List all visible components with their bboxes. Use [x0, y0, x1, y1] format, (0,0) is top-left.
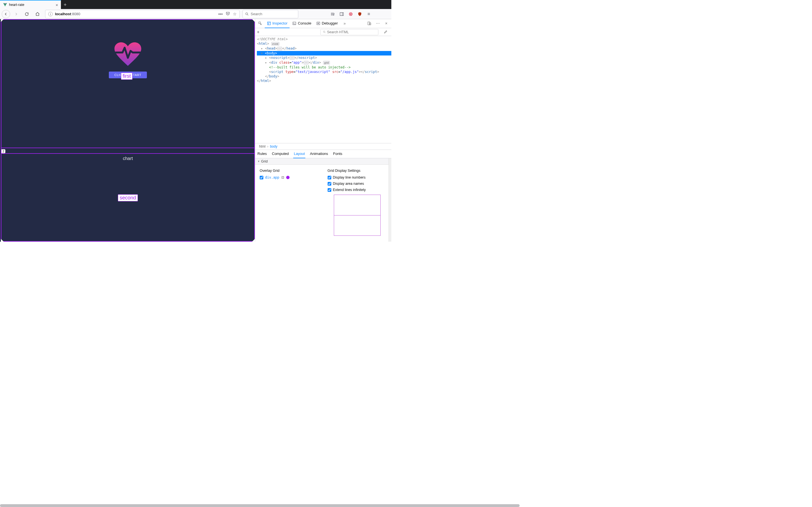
opt-line-numbers-checkbox[interactable]	[327, 176, 331, 179]
grid-area-second: chart second	[1, 154, 255, 242]
doctype-node[interactable]: <!DOCTYPE html>	[257, 37, 391, 41]
grid-area-label-second: second	[118, 194, 138, 202]
devtools-tabs: Inspector Console Debugger » ⋯ ×	[255, 19, 391, 28]
sidebar-icon[interactable]	[338, 10, 346, 18]
svg-rect-5	[293, 22, 296, 24]
devtools-menu-icon[interactable]: ⋯	[374, 20, 382, 27]
opt-label: Display area names	[333, 182, 364, 186]
menu-icon[interactable]: ≡	[365, 10, 373, 18]
pick-element-icon[interactable]	[256, 20, 264, 27]
script-node[interactable]: <script type="text/javascript" src="/app…	[257, 69, 391, 74]
side-panel-tabs: Rules Computed Layout Animations Fonts	[255, 150, 391, 158]
html-open-node[interactable]: <html> event	[257, 41, 391, 46]
url-bar[interactable]: i localhost:8080 ••• ☆	[45, 10, 240, 18]
comment-node[interactable]: <!--built files will be auto injected-->	[257, 65, 391, 69]
library-icon[interactable]	[329, 10, 337, 18]
opt-label: Extend lines infinitely	[333, 188, 366, 192]
html-search-input[interactable]: Search HTML	[320, 29, 378, 35]
svg-rect-1	[340, 12, 343, 15]
tab-animations[interactable]: Animations	[309, 150, 328, 158]
browser-toolbar: i localhost:8080 ••• ☆ Search ≡	[0, 9, 391, 19]
tab-debugger[interactable]: Debugger	[314, 19, 340, 28]
html-tree[interactable]: <!DOCTYPE html> <html> event ▸ <head>⋯</…	[255, 36, 391, 143]
head-node[interactable]: ▸ <head>⋯</head>	[257, 46, 391, 51]
noscript-icon[interactable]	[347, 10, 355, 18]
heart-icon	[114, 42, 141, 67]
ublock-icon[interactable]	[356, 10, 364, 18]
grid-area-label-first: first	[121, 73, 133, 80]
div-app-node[interactable]: ▸ <div class="app">⋯</div> grid	[257, 60, 391, 65]
tab-computed[interactable]: Computed	[271, 150, 289, 158]
page-viewport: CLICK TO START first 2 chart second	[0, 19, 255, 242]
scrollbar[interactable]	[389, 158, 391, 242]
grid-corner-icon	[252, 19, 255, 22]
tab-title: heart-rate	[9, 3, 56, 7]
opt-label: Display line numbers	[333, 175, 366, 179]
pocket-icon[interactable]	[225, 11, 230, 17]
tab-rules[interactable]: Rules	[257, 150, 267, 158]
settings-title: Grid Display Settings	[327, 169, 387, 173]
html-search-placeholder: Search HTML	[327, 30, 349, 34]
devtools-close-icon[interactable]: ×	[382, 20, 390, 27]
html-close-node[interactable]: </html>	[257, 78, 391, 83]
page-actions-icon[interactable]: •••	[218, 11, 223, 16]
body-close-node[interactable]: </body>	[257, 74, 391, 78]
home-button[interactable]	[33, 10, 42, 18]
grid-preview	[334, 194, 380, 236]
browser-tab[interactable]: heart-rate ×	[0, 0, 61, 9]
svg-point-0	[246, 13, 248, 15]
breadcrumb: html body	[255, 143, 391, 150]
add-element-button[interactable]: +	[257, 30, 259, 35]
crumb-body[interactable]: body	[269, 145, 278, 149]
url-text: localhost:8080	[55, 12, 216, 16]
bookmark-star-icon[interactable]: ☆	[233, 11, 237, 17]
svg-point-11	[283, 177, 283, 178]
overlay-title: Overlay Grid	[260, 169, 319, 173]
search-placeholder: Search	[251, 12, 262, 16]
forward-button[interactable]	[11, 10, 21, 18]
search-icon	[323, 31, 326, 34]
search-bar[interactable]: Search	[243, 10, 298, 18]
opt-extend-lines-checkbox[interactable]	[327, 188, 331, 192]
grid-corner-icon	[252, 238, 255, 242]
vue-favicon-icon	[3, 3, 7, 7]
overlay-item[interactable]: div.app	[260, 175, 319, 179]
search-icon	[245, 12, 249, 16]
devtools-panel: Inspector Console Debugger » ⋯ × + Searc…	[255, 19, 391, 242]
overlay-selector: div.app	[265, 175, 280, 179]
responsive-mode-icon[interactable]	[365, 20, 373, 27]
section-grid[interactable]: ▼Grid	[255, 158, 391, 165]
site-info-icon[interactable]: i	[48, 12, 53, 16]
noscript-node[interactable]: ▸ <noscript>⋯</noscript>	[257, 55, 391, 60]
body-node[interactable]: ▾ <body>	[257, 51, 391, 55]
svg-rect-3	[259, 22, 260, 23]
layout-panel: ▼Grid Overlay Grid div.app Grid Display …	[255, 158, 391, 242]
new-tab-button[interactable]: +	[61, 1, 69, 9]
tab-console[interactable]: Console	[290, 19, 313, 28]
grid-target-icon[interactable]	[281, 176, 285, 179]
tab-inspector[interactable]: Inspector	[265, 19, 290, 28]
grid-area-first: CLICK TO START first	[1, 19, 255, 147]
close-tab-icon[interactable]: ×	[56, 3, 58, 7]
crumb-html[interactable]: html	[258, 145, 267, 149]
tab-layout[interactable]: Layout	[293, 150, 305, 158]
grid-corner-icon	[0, 238, 4, 242]
grid-line-number: 2	[1, 149, 5, 153]
tab-strip: heart-rate × +	[0, 0, 391, 9]
svg-point-9	[323, 31, 325, 33]
opt-area-names-checkbox[interactable]	[327, 182, 331, 186]
chart-label: chart	[123, 156, 133, 161]
svg-rect-4	[267, 22, 271, 25]
edit-html-icon[interactable]	[382, 28, 390, 36]
reload-button[interactable]	[22, 10, 32, 18]
back-button[interactable]	[2, 10, 10, 18]
more-tools-icon[interactable]: »	[341, 20, 349, 27]
tab-fonts[interactable]: Fonts	[333, 150, 343, 158]
color-swatch[interactable]	[286, 176, 290, 179]
overlay-checkbox[interactable]	[260, 176, 263, 179]
grid-corner-icon	[0, 19, 4, 22]
devtools-toolbar: + Search HTML	[255, 28, 391, 36]
